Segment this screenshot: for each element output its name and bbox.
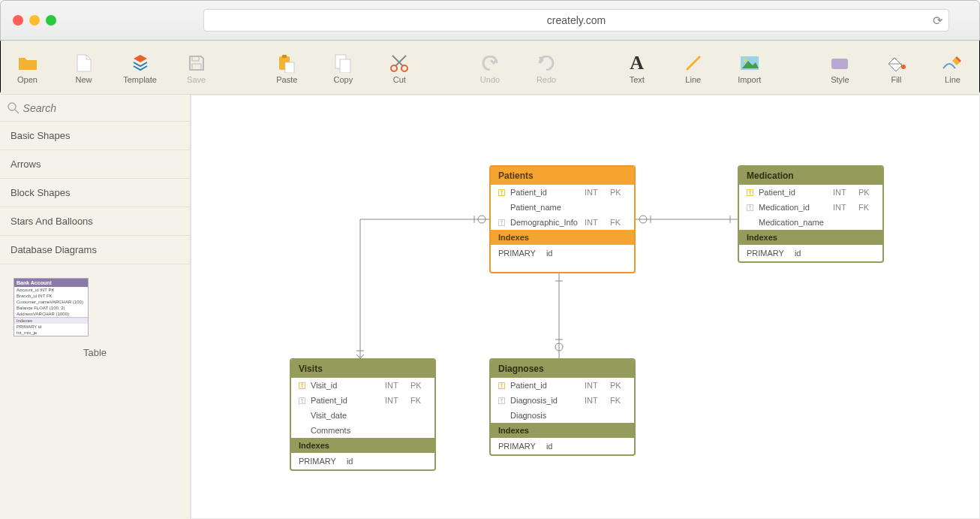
copy-button[interactable]: Copy xyxy=(326,51,361,84)
browser-chrome: creately.com ⟳ xyxy=(0,0,980,41)
column-name: Medication_name xyxy=(759,218,828,227)
column-row: ⚿Patient_idINTPK xyxy=(491,378,634,393)
column-row: Medication_name xyxy=(739,215,882,230)
fill-icon xyxy=(885,51,906,75)
column-name: Visit_date xyxy=(311,411,380,420)
sidebar-item-basic-shapes[interactable]: Basic Shapes xyxy=(0,122,190,150)
sidebar-item-block-shapes[interactable]: Block Shapes xyxy=(0,179,190,207)
column-name: Diagnosis_id xyxy=(510,396,580,405)
key-icon: ⚿ xyxy=(498,219,506,227)
folder-icon xyxy=(17,51,38,75)
sidebar: Basic Shapes Arrows Block Shapes Stars A… xyxy=(0,95,191,519)
table-shape-label: Table xyxy=(14,347,176,358)
column-name: Patient_name xyxy=(510,203,580,212)
sidebar-item-arrows[interactable]: Arrows xyxy=(0,150,190,179)
toolbar: Open New Template Save Paste Copy Cut Un… xyxy=(1,41,979,95)
key-icon: ⚿ xyxy=(498,189,506,197)
text-button[interactable]: AText xyxy=(619,51,654,84)
redo-icon xyxy=(537,51,556,75)
column-type: INT xyxy=(385,381,406,390)
svg-line-16 xyxy=(15,110,19,113)
indexes-header: Indexes xyxy=(291,438,434,453)
open-button[interactable]: Open xyxy=(10,51,45,84)
column-row: ⚿Patient_idINTPK xyxy=(739,185,882,200)
entity-header: Diagnoses xyxy=(491,360,634,378)
svg-point-12 xyxy=(744,59,747,62)
template-button[interactable]: Template xyxy=(122,51,158,84)
save-button[interactable]: Save xyxy=(179,51,214,84)
column-type: INT xyxy=(585,396,606,405)
column-name: Patient_id xyxy=(510,188,580,197)
column-name: Medication_id xyxy=(759,203,828,212)
sidebar-item-stars-balloons[interactable]: Stars And Balloons xyxy=(0,207,190,236)
column-type: INT xyxy=(833,188,854,197)
import-button[interactable]: Import xyxy=(732,51,767,84)
template-icon xyxy=(131,51,150,75)
text-icon: A xyxy=(630,51,644,75)
paste-button[interactable]: Paste xyxy=(269,51,305,84)
key-icon: ⚿ xyxy=(498,382,506,390)
line-button[interactable]: Line xyxy=(675,51,711,84)
column-row: Visit_date xyxy=(291,408,434,423)
table-shape-thumb[interactable]: Bank Account Account_id INT PK Branch_id… xyxy=(14,278,89,336)
column-row: ⚿Demographic_InfoINTFK xyxy=(491,215,634,230)
search-icon xyxy=(8,102,19,114)
column-row: Comments xyxy=(291,423,434,438)
column-key: FK xyxy=(610,218,627,227)
cut-button[interactable]: Cut xyxy=(382,51,417,84)
entity-diagnoses[interactable]: Diagnoses ⚿Patient_idINTPK⚿Diagnosis_idI… xyxy=(489,358,636,456)
svg-point-18 xyxy=(639,216,647,223)
maximize-window-icon[interactable] xyxy=(46,15,56,26)
undo-button[interactable]: Undo xyxy=(473,51,508,84)
url-text: creately.com xyxy=(547,14,606,26)
paste-icon xyxy=(278,51,296,75)
copy-icon xyxy=(334,51,352,75)
sidebar-item-database-diagrams[interactable]: Database Diagrams xyxy=(0,236,190,264)
new-button[interactable]: New xyxy=(66,51,101,84)
key-icon: ⚿ xyxy=(299,382,306,390)
svg-rect-1 xyxy=(192,64,201,70)
svg-point-14 xyxy=(901,65,906,69)
import-icon xyxy=(739,51,760,75)
line-style-button[interactable]: Line xyxy=(935,51,970,84)
column-type: INT xyxy=(585,188,606,197)
column-row: Diagnosis xyxy=(491,408,634,423)
svg-point-22 xyxy=(478,216,485,223)
search-input[interactable] xyxy=(23,102,182,114)
style-button[interactable]: Style xyxy=(822,51,858,84)
column-type: INT xyxy=(585,218,606,227)
index-row: PRIMARYid xyxy=(491,438,634,454)
entity-patients[interactable]: Patients ⚿Patient_idINTPKPatient_name⚿De… xyxy=(489,165,636,273)
column-key: PK xyxy=(610,381,627,390)
column-row: ⚿Visit_idINTPK xyxy=(291,378,434,393)
svg-rect-4 xyxy=(285,62,294,73)
url-bar[interactable]: creately.com ⟳ xyxy=(203,9,949,32)
pencil-icon xyxy=(942,51,964,75)
column-key: PK xyxy=(610,188,627,197)
shape-palette: Bank Account Account_id INT PK Branch_id… xyxy=(0,264,190,372)
style-icon xyxy=(830,51,849,75)
diagram-canvas[interactable]: Patients ⚿Patient_idINTPKPatient_name⚿De… xyxy=(191,95,980,519)
index-row: PRIMARYid xyxy=(291,453,434,469)
minimize-window-icon[interactable] xyxy=(29,15,40,26)
column-key: FK xyxy=(410,396,427,405)
column-row: ⚿Patient_idINTPK xyxy=(491,185,634,200)
close-window-icon[interactable] xyxy=(13,15,23,26)
fill-button[interactable]: Fill xyxy=(879,51,914,84)
column-key: PK xyxy=(410,381,427,390)
entity-visits[interactable]: Visits ⚿Visit_idINTPK⚿Patient_idINTFKVis… xyxy=(290,358,436,471)
line-icon xyxy=(684,51,703,75)
redo-button[interactable]: Redo xyxy=(529,51,564,84)
refresh-icon[interactable]: ⟳ xyxy=(933,14,942,28)
column-name: Demographic_Info xyxy=(510,218,580,227)
entity-header: Patients xyxy=(491,167,634,185)
svg-line-9 xyxy=(687,56,700,70)
key-icon: ⚿ xyxy=(498,397,506,405)
entity-medication[interactable]: Medication ⚿Patient_idINTPK⚿Medication_i… xyxy=(738,165,884,263)
column-name: Patient_id xyxy=(311,396,380,405)
index-row: PRIMARYid xyxy=(739,245,882,261)
column-name: Diagnosis xyxy=(510,411,580,420)
undo-icon xyxy=(480,51,500,75)
key-icon: ⚿ xyxy=(747,189,754,197)
entity-header: Visits xyxy=(291,360,434,378)
